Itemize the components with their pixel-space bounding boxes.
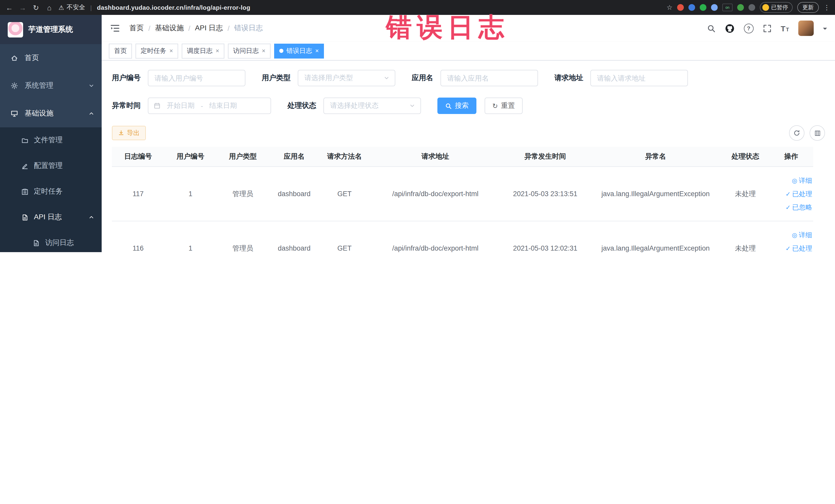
filter-row-1: 用户编号 用户类型 请选择用户类型 应用名 bbox=[112, 70, 825, 86]
user-avatar[interactable] bbox=[798, 21, 814, 36]
detail-link[interactable]: ◎详细 bbox=[792, 230, 812, 240]
filter-process-status: 处理状态 请选择处理状态 bbox=[287, 98, 421, 114]
refresh-table-button[interactable] bbox=[789, 125, 805, 141]
table-row: 117 1 管理员 dashboard GET /api/infra/db-do… bbox=[112, 167, 813, 221]
user-type-select[interactable]: 请选择用户类型 bbox=[298, 70, 395, 86]
extension-on-icon[interactable]: on bbox=[722, 4, 733, 11]
extension-green-icon[interactable] bbox=[700, 4, 707, 11]
hamburger-icon[interactable] bbox=[110, 23, 120, 33]
cell-status: 未处理 bbox=[722, 244, 769, 252]
check-icon: ✓ bbox=[786, 204, 791, 210]
sidebar-item-system[interactable]: 系统管理 bbox=[0, 72, 102, 100]
sidebar-item-job[interactable]: 定时任务 bbox=[0, 179, 102, 204]
sidebar-item-infra[interactable]: 基础设施 bbox=[0, 100, 102, 127]
close-icon[interactable]: × bbox=[315, 48, 319, 54]
date-range-picker[interactable]: 开始日期 - 结束日期 bbox=[148, 98, 271, 114]
filter-exception-time: 异常时间 开始日期 - 结束日期 bbox=[112, 98, 271, 114]
tab-error-log[interactable]: 错误日志 × bbox=[274, 43, 324, 58]
search-icon[interactable] bbox=[707, 24, 715, 33]
processed-link[interactable]: ✓已处理 bbox=[786, 189, 812, 199]
column-header: 用户类型 bbox=[217, 152, 269, 161]
reset-button[interactable]: ↻ 重置 bbox=[485, 98, 523, 114]
tab-job[interactable]: 定时任务 × bbox=[136, 43, 178, 58]
check-icon: ✓ bbox=[786, 245, 791, 251]
cell-exception: java.lang.IllegalArgumentException bbox=[589, 190, 722, 198]
cell-time: 2021-05-03 23:13:51 bbox=[501, 190, 589, 198]
tab-label: 定时任务 bbox=[141, 46, 166, 55]
column-settings-button[interactable] bbox=[810, 125, 825, 141]
close-icon[interactable]: × bbox=[216, 48, 219, 54]
cell-method: GET bbox=[319, 244, 370, 252]
github-icon[interactable] bbox=[725, 23, 734, 33]
range-separator: - bbox=[201, 102, 203, 109]
breadcrumb-item[interactable]: 首页 bbox=[129, 24, 144, 33]
document-icon bbox=[32, 239, 40, 247]
extensions-puzzle-icon[interactable] bbox=[749, 4, 755, 11]
cell-log-id: 117 bbox=[112, 190, 164, 198]
extension-leaf-icon[interactable] bbox=[737, 4, 744, 11]
export-button-label: 导出 bbox=[127, 129, 140, 137]
close-icon[interactable]: × bbox=[262, 48, 265, 54]
bookmark-star-icon[interactable]: ☆ bbox=[667, 4, 673, 11]
browser-home-icon[interactable]: ⌂ bbox=[45, 3, 54, 12]
tab-schedule-log[interactable]: 调度日志 × bbox=[182, 43, 224, 58]
document-icon bbox=[21, 213, 29, 221]
table-header: 日志编号 用户编号 用户类型 应用名 请求方法名 请求地址 异常发生时间 异常名… bbox=[112, 147, 813, 167]
cell-app: dashboard bbox=[269, 190, 319, 198]
select-placeholder: 请选择处理状态 bbox=[330, 101, 409, 110]
sidebar-item-config[interactable]: 配置管理 bbox=[0, 153, 102, 179]
search-button[interactable]: 搜索 bbox=[437, 98, 476, 114]
ignored-link[interactable]: ✓已忽略 bbox=[786, 203, 812, 212]
extension-grid-icon[interactable] bbox=[711, 4, 718, 11]
breadcrumb-item[interactable]: 基础设施 bbox=[155, 24, 184, 33]
sidebar: 芋道管理系统 首页 系统管理 基础设施 文件管理 bbox=[0, 15, 102, 252]
process-status-select[interactable]: 请选择处理状态 bbox=[323, 98, 421, 114]
breadcrumb-item[interactable]: API 日志 bbox=[195, 24, 223, 33]
search-icon bbox=[445, 102, 452, 109]
app-name-input[interactable] bbox=[441, 70, 538, 86]
fullscreen-icon[interactable] bbox=[762, 24, 771, 33]
address-url[interactable]: dashboard.yudao.iocoder.cn/infra/log/api… bbox=[97, 4, 250, 11]
security-chip[interactable]: ⚠ 不安全 bbox=[59, 3, 85, 12]
sidebar-logo[interactable]: 芋道管理系统 bbox=[0, 15, 102, 44]
folder-icon bbox=[21, 136, 29, 144]
address-separator: | bbox=[90, 4, 92, 11]
request-url-input[interactable] bbox=[590, 70, 688, 86]
help-icon[interactable]: ? bbox=[744, 23, 753, 33]
chevron-down-icon bbox=[384, 75, 390, 81]
back-icon[interactable]: ← bbox=[5, 3, 13, 12]
tab-home[interactable]: 首页 bbox=[109, 43, 132, 58]
user-id-input[interactable] bbox=[148, 70, 245, 86]
extension-blue-icon[interactable] bbox=[688, 4, 695, 11]
reset-button-label: 重置 bbox=[501, 101, 515, 110]
sidebar-item-file[interactable]: 文件管理 bbox=[0, 127, 102, 153]
column-header: 处理状态 bbox=[722, 152, 769, 161]
tab-access-log[interactable]: 访问日志 × bbox=[228, 43, 270, 58]
column-header: 用户编号 bbox=[164, 152, 217, 161]
paused-chip[interactable]: 已暂停 bbox=[760, 2, 793, 13]
browser-menu-icon[interactable]: ⋮ bbox=[823, 4, 830, 11]
sidebar-item-api-log[interactable]: API 日志 bbox=[0, 204, 102, 230]
cell-user-id: 1 bbox=[164, 244, 217, 252]
sidebar-item-access-log[interactable]: 访问日志 bbox=[0, 230, 102, 252]
start-date-placeholder: 开始日期 bbox=[167, 101, 195, 110]
close-icon[interactable]: × bbox=[169, 48, 173, 54]
sidebar-item-label: 配置管理 bbox=[34, 161, 63, 170]
sidebar-item-label: 首页 bbox=[25, 54, 39, 63]
caret-down-icon[interactable] bbox=[823, 27, 827, 32]
forward-icon[interactable]: → bbox=[19, 3, 27, 12]
sidebar-item-home[interactable]: 首页 bbox=[0, 44, 102, 72]
cell-log-id: 116 bbox=[112, 244, 164, 252]
reload-icon[interactable]: ↻ bbox=[32, 3, 40, 12]
filter-row-2: 异常时间 开始日期 - 结束日期 处理状态 请选择处理状态 bbox=[112, 98, 825, 114]
detail-link[interactable]: ◎详细 bbox=[792, 176, 812, 185]
font-size-icon[interactable]: TT bbox=[780, 24, 789, 32]
sidebar-item-label: 文件管理 bbox=[34, 136, 63, 145]
extension-red-icon[interactable] bbox=[677, 4, 684, 11]
update-button[interactable]: 更新 bbox=[797, 2, 819, 13]
export-button[interactable]: 导出 bbox=[112, 126, 146, 140]
logo-image bbox=[8, 22, 23, 37]
warning-icon: ⚠ bbox=[59, 4, 64, 11]
refresh-icon bbox=[793, 129, 800, 137]
processed-link[interactable]: ✓已处理 bbox=[786, 244, 812, 252]
